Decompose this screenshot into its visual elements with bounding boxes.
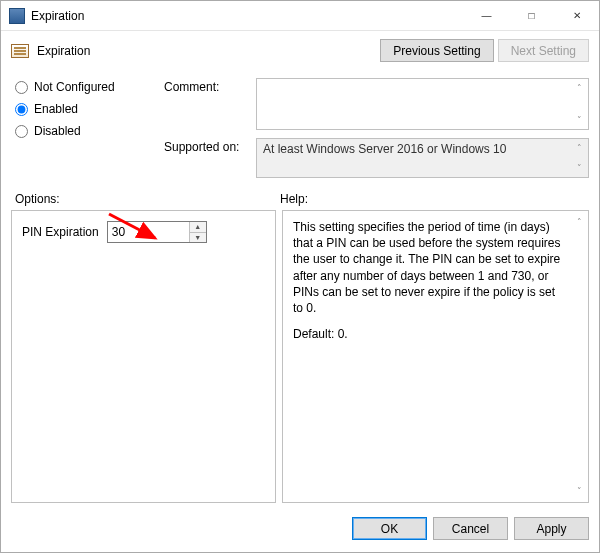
pin-expiration-spinner[interactable]: ▲ ▼ <box>107 221 207 243</box>
options-pane: PIN Expiration ▲ ▼ <box>11 210 276 503</box>
radio-not-configured[interactable]: Not Configured <box>15 80 160 94</box>
help-pane: This setting specifies the period of tim… <box>282 210 589 503</box>
chevron-down-icon[interactable]: ˅ <box>572 113 586 127</box>
comment-field[interactable]: ˄ ˅ <box>256 78 589 130</box>
comment-label: Comment: <box>164 78 252 130</box>
supported-field: At least Windows Server 2016 or Windows … <box>256 138 589 178</box>
apply-button[interactable]: Apply <box>514 517 589 540</box>
spinner-buttons[interactable]: ▲ ▼ <box>189 222 206 242</box>
app-icon <box>9 8 25 24</box>
chevron-down-icon[interactable]: ˅ <box>572 484 586 498</box>
radio-enabled-label: Enabled <box>34 102 78 116</box>
radio-disabled-label: Disabled <box>34 124 81 138</box>
upper-section: Not Configured Enabled Disabled Comment:… <box>1 72 599 186</box>
help-label: Help: <box>280 192 589 206</box>
pin-expiration-label: PIN Expiration <box>22 225 99 239</box>
chevron-up-icon: ˄ <box>572 141 586 155</box>
radio-enabled-input[interactable] <box>15 103 28 116</box>
supported-label: Supported on: <box>164 138 252 178</box>
ok-button[interactable]: OK <box>352 517 427 540</box>
radio-disabled-input[interactable] <box>15 125 28 138</box>
radio-not-configured-input[interactable] <box>15 81 28 94</box>
setting-name: Expiration <box>37 44 90 58</box>
spinner-down-icon[interactable]: ▼ <box>190 233 206 243</box>
window-title: Expiration <box>31 9 84 23</box>
pin-expiration-input[interactable] <box>108 222 189 242</box>
supported-value: At least Windows Server 2016 or Windows … <box>263 142 506 156</box>
header-row: Expiration Previous Setting Next Setting <box>1 31 599 72</box>
radio-disabled[interactable]: Disabled <box>15 124 160 138</box>
mid-labels: Options: Help: <box>1 186 599 210</box>
policy-icon <box>11 44 29 58</box>
spinner-up-icon[interactable]: ▲ <box>190 222 206 233</box>
chevron-up-icon[interactable]: ˄ <box>572 215 586 229</box>
radio-enabled[interactable]: Enabled <box>15 102 160 116</box>
chevron-up-icon[interactable]: ˄ <box>572 81 586 95</box>
titlebar: Expiration — □ ✕ <box>1 1 599 31</box>
next-setting-button: Next Setting <box>498 39 589 62</box>
cancel-button[interactable]: Cancel <box>433 517 508 540</box>
help-text-2: Default: 0. <box>293 326 568 342</box>
dialog-buttons: OK Cancel Apply <box>1 509 599 552</box>
chevron-down-icon: ˅ <box>572 161 586 175</box>
help-scrollbar[interactable]: ˄ ˅ <box>572 215 586 498</box>
help-text-1: This setting specifies the period of tim… <box>293 219 568 316</box>
close-button[interactable]: ✕ <box>554 1 599 30</box>
radio-not-configured-label: Not Configured <box>34 80 115 94</box>
maximize-button[interactable]: □ <box>509 1 554 30</box>
previous-setting-button[interactable]: Previous Setting <box>380 39 493 62</box>
supported-scrollbar: ˄ ˅ <box>572 141 586 175</box>
lower-section: PIN Expiration ▲ ▼ This setting specifie… <box>1 210 599 509</box>
state-radios: Not Configured Enabled Disabled <box>15 78 160 178</box>
pin-expiration-row: PIN Expiration ▲ ▼ <box>22 221 265 243</box>
minimize-button[interactable]: — <box>464 1 509 30</box>
comment-scrollbar[interactable]: ˄ ˅ <box>572 81 586 127</box>
options-label: Options: <box>15 192 280 206</box>
